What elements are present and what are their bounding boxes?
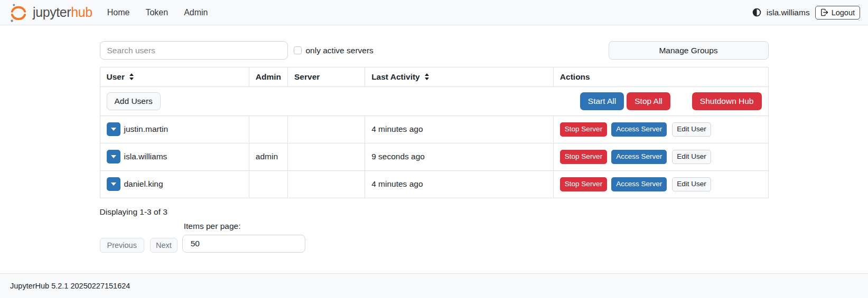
server-cell xyxy=(288,116,365,143)
start-all-button[interactable]: Start All xyxy=(580,92,624,110)
sort-icon-last-activity[interactable] xyxy=(425,73,429,80)
server-cell xyxy=(288,170,365,198)
next-page-button[interactable]: Next xyxy=(150,238,178,253)
user-name: justin.martin xyxy=(124,124,169,134)
user-name: daniel.king xyxy=(124,179,163,189)
items-per-page-label: Items per page: xyxy=(184,222,305,231)
items-per-page-input[interactable] xyxy=(182,235,305,253)
column-header-last-activity[interactable]: Last Activity xyxy=(365,68,554,87)
user-dropdown-button[interactable] xyxy=(107,177,120,191)
nav-link-token[interactable]: Token xyxy=(145,8,168,17)
logout-button[interactable]: Logout xyxy=(815,6,860,20)
table-header-row: User Admin Server Last Activity Actions xyxy=(100,68,768,87)
search-input[interactable] xyxy=(100,41,288,60)
admin-cell xyxy=(249,116,287,143)
server-cell xyxy=(288,143,365,170)
stop-all-button[interactable]: Stop All xyxy=(627,92,670,110)
toolbar-row: only active servers Manage Groups xyxy=(100,41,769,60)
edit-user-button[interactable]: Edit User xyxy=(672,122,711,137)
stop-server-button[interactable]: Stop Server xyxy=(560,122,607,137)
user-row: justin.martin 4 minutes ago Stop Server … xyxy=(100,116,768,143)
nav-link-home[interactable]: Home xyxy=(107,8,130,17)
access-server-button[interactable]: Access Server xyxy=(611,177,667,191)
last-activity-cell: 4 minutes ago xyxy=(365,116,554,143)
column-header-server: Server xyxy=(288,68,365,87)
access-server-button[interactable]: Access Server xyxy=(611,122,667,137)
admin-panel: only active servers Manage Groups User A… xyxy=(100,41,769,253)
column-header-admin: Admin xyxy=(249,68,287,87)
access-server-button[interactable]: Access Server xyxy=(611,150,667,164)
only-active-servers-checkbox[interactable] xyxy=(294,46,302,54)
pagination-summary: Displaying 1-3 of 3 xyxy=(100,207,769,217)
last-activity-cell: 4 minutes ago xyxy=(365,170,554,198)
nav-links: Home Token Admin xyxy=(107,8,208,17)
admin-cell xyxy=(249,170,287,198)
nav-link-admin[interactable]: Admin xyxy=(184,8,208,17)
users-table: User Admin Server Last Activity Actions … xyxy=(100,67,769,198)
column-header-actions: Actions xyxy=(553,68,768,87)
chevron-down-icon xyxy=(111,155,116,158)
stop-server-button[interactable]: Stop Server xyxy=(560,177,607,191)
edit-user-button[interactable]: Edit User xyxy=(672,150,711,164)
jupyter-planet-icon xyxy=(8,2,29,23)
top-navbar: jupyterhub Home Token Admin isla.william… xyxy=(0,0,868,25)
add-users-button[interactable]: Add Users xyxy=(107,92,161,110)
color-mode-toggle-icon[interactable] xyxy=(752,8,761,17)
shutdown-hub-button[interactable]: Shutdown Hub xyxy=(692,92,762,110)
logout-exit-icon xyxy=(820,8,828,16)
user-row: isla.williams admin 9 seconds ago Stop S… xyxy=(100,143,768,170)
page-footer: JupyterHub 5.2.1 20250227151624 xyxy=(0,273,868,298)
column-header-user[interactable]: User xyxy=(100,68,249,87)
brand-wordmark: jupyterhub xyxy=(33,5,92,20)
user-dropdown-button[interactable] xyxy=(107,150,120,164)
only-active-servers-label: only active servers xyxy=(306,46,374,55)
navbar-right: isla.williams Logout xyxy=(752,6,860,20)
admin-cell: admin xyxy=(249,143,287,170)
previous-page-button[interactable]: Previous xyxy=(100,238,144,253)
manage-groups-button[interactable]: Manage Groups xyxy=(609,41,769,60)
pagination-controls: Previous Next Items per page: xyxy=(100,222,769,253)
chevron-down-icon xyxy=(111,182,116,186)
edit-user-button[interactable]: Edit User xyxy=(672,177,711,191)
sort-icon-user[interactable] xyxy=(129,73,134,80)
stop-server-button[interactable]: Stop Server xyxy=(560,150,607,164)
jupyterhub-logo[interactable]: jupyterhub xyxy=(8,2,92,23)
table-controls-row: Add Users Start All Stop All Shutdown Hu… xyxy=(100,87,768,116)
current-username: isla.williams xyxy=(767,8,810,17)
version-text: JupyterHub 5.2.1 20250227151624 xyxy=(10,282,130,290)
user-row: daniel.king 4 minutes ago Stop Server Ac… xyxy=(100,170,768,198)
user-dropdown-button[interactable] xyxy=(107,122,120,136)
user-name: isla.williams xyxy=(124,152,167,161)
chevron-down-icon xyxy=(111,128,116,131)
last-activity-cell: 9 seconds ago xyxy=(365,143,554,170)
